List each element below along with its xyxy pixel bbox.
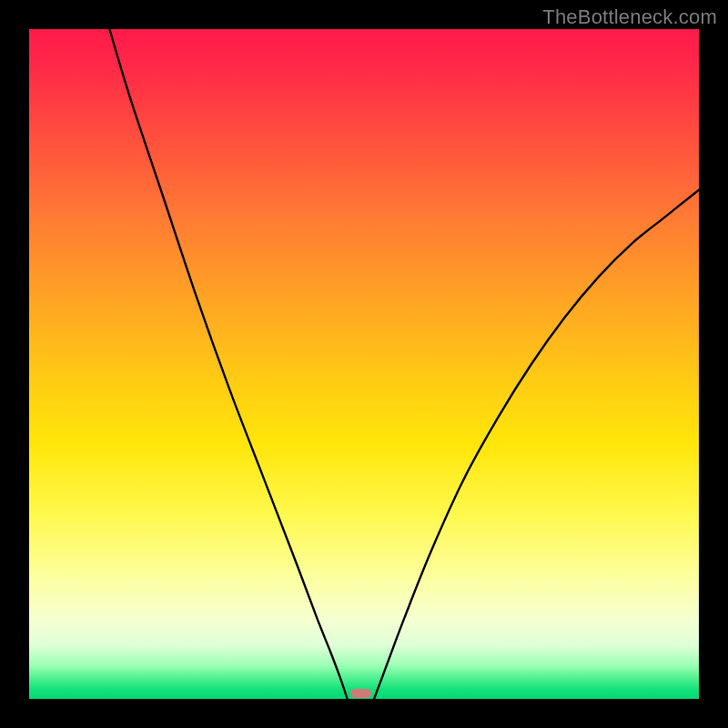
bottleneck-curve	[29, 29, 699, 699]
optimum-marker	[350, 689, 372, 698]
watermark-text: TheBottleneck.com	[542, 5, 717, 29]
outer-frame: TheBottleneck.com	[0, 0, 728, 728]
plot-area	[29, 29, 699, 699]
